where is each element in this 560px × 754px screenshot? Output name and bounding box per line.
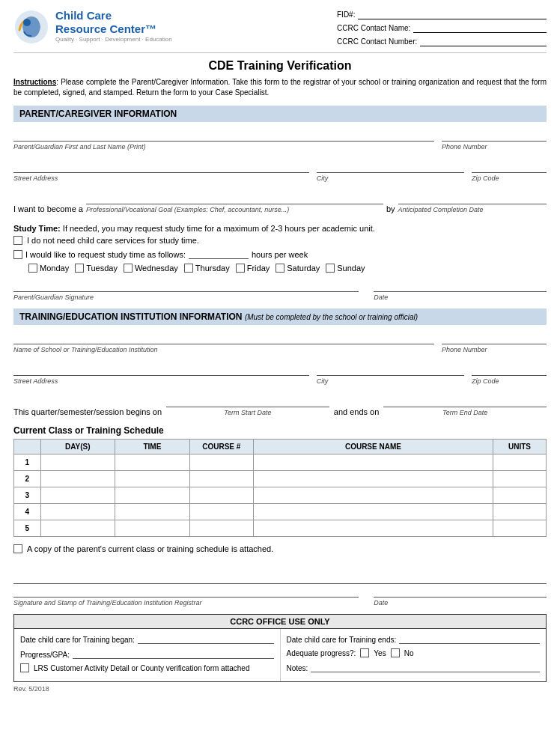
row-3-course[interactable] (189, 487, 253, 504)
row-4-name[interactable] (253, 504, 493, 520)
school-phone-input[interactable] (442, 332, 547, 344)
study-time-title: Study Time: If needed, you may request s… (13, 224, 547, 233)
street-input[interactable] (13, 161, 309, 173)
row-4-time[interactable] (115, 504, 190, 520)
vocational-goal-label: Professional/Vocational Goal (Examples: … (86, 206, 383, 213)
parent-date-label: Date (374, 294, 547, 301)
lrs-checkbox[interactable] (20, 663, 29, 672)
sunday-checkbox[interactable] (326, 264, 335, 273)
row-4-units[interactable] (493, 504, 546, 520)
row-5-num: 5 (14, 520, 41, 537)
adequate-progress-row: Adequate progress?: Yes No (287, 648, 541, 657)
ccrc-number-input[interactable] (420, 36, 547, 46)
training-began-input[interactable] (138, 633, 274, 644)
copy-checkbox[interactable] (13, 544, 22, 553)
school-zip-group: Zip Code (472, 364, 547, 385)
row-4-days[interactable] (40, 504, 115, 520)
row-3-units[interactable] (493, 487, 546, 504)
ccrc-name-label: CCRC Contact Name: (337, 24, 410, 32)
day-thursday: Thursday (184, 264, 230, 273)
parent-date-input[interactable] (374, 280, 547, 292)
check2-checkbox[interactable] (13, 250, 22, 259)
row-3-days[interactable] (40, 487, 115, 504)
row-1-name[interactable] (253, 454, 493, 471)
table-row: 4 (14, 504, 547, 520)
row-2-name[interactable] (253, 471, 493, 487)
row-5-time[interactable] (115, 520, 190, 537)
registrar-date-input[interactable] (374, 586, 547, 598)
school-name-input[interactable] (13, 332, 434, 344)
monday-checkbox[interactable] (28, 264, 37, 273)
row-2-units[interactable] (493, 471, 546, 487)
wednesday-checkbox[interactable] (124, 264, 133, 273)
table-row: 1 (14, 454, 547, 471)
city-group: City (317, 161, 464, 182)
row-5-days[interactable] (40, 520, 115, 537)
registrar-sig-group: Signature and Stamp of Training/Educatio… (13, 586, 359, 606)
phone-input[interactable] (442, 130, 547, 142)
name-phone-row: Parent/Guardian First and Last Name (Pri… (13, 130, 547, 151)
hours-input[interactable] (189, 247, 249, 259)
col-header-num (14, 440, 41, 454)
logo-line2: Resource Center™ (55, 22, 172, 36)
thursday-checkbox[interactable] (184, 264, 193, 273)
col-header-units: UNITS (493, 440, 546, 454)
row-1-units[interactable] (493, 454, 546, 471)
row-2-days[interactable] (40, 471, 115, 487)
term-end-input[interactable] (383, 395, 547, 407)
registrar-date-label: Date (374, 599, 547, 606)
fid-input[interactable] (358, 9, 547, 19)
row-1-course[interactable] (189, 454, 253, 471)
table-header-row: DAY(S) TIME COURSE # COURSE NAME UNITS (14, 440, 547, 454)
term-start-input[interactable] (166, 395, 329, 407)
registrar-sig-label: Signature and Stamp of Training/Educatio… (13, 599, 359, 606)
completion-date-input[interactable] (398, 192, 547, 204)
study-time-desc: If needed, you may request study time fo… (63, 224, 375, 233)
row-1-time[interactable] (115, 454, 190, 471)
progress-row: Progress/GPA: (20, 648, 274, 659)
row-2-course[interactable] (189, 471, 253, 487)
schedule-heading: Current Class or Training Schedule (13, 425, 547, 436)
table-row: 2 (14, 471, 547, 487)
progress-input[interactable] (73, 648, 274, 659)
ccrc-name-row: CCRC Contact Name: (337, 22, 547, 33)
completion-label: Anticipated Completion Date (398, 206, 547, 213)
parent-name-group: Parent/Guardian First and Last Name (Pri… (13, 130, 434, 151)
school-city-input[interactable] (317, 364, 464, 376)
adequate-yes-checkbox[interactable] (360, 648, 369, 657)
parent-name-input[interactable] (13, 130, 434, 142)
zip-label: Zip Code (472, 174, 547, 182)
ccrc-box-content: Date child care for Training began: Prog… (14, 629, 546, 681)
parent-signature-input[interactable] (13, 280, 359, 292)
row-3-name[interactable] (253, 487, 493, 504)
school-zip-input[interactable] (472, 364, 547, 376)
check1-checkbox[interactable] (13, 236, 22, 245)
ccrc-name-input[interactable] (413, 22, 547, 33)
by-text: by (386, 204, 395, 213)
training-ends-row: Date child care for Training ends: (287, 633, 541, 644)
row-5-name[interactable] (253, 520, 493, 537)
instructions-text: : Please complete the Parent/Caregiver I… (13, 78, 547, 97)
ccrc-right-col: Date child care for Training ends: Adequ… (281, 629, 547, 681)
row-2-time[interactable] (115, 471, 190, 487)
zip-input[interactable] (472, 161, 547, 173)
notes-input[interactable] (311, 662, 540, 672)
row-5-course[interactable] (189, 520, 253, 537)
row-5-units[interactable] (493, 520, 546, 537)
row-4-course[interactable] (189, 504, 253, 520)
training-ends-input[interactable] (399, 633, 540, 644)
saturday-checkbox[interactable] (276, 264, 284, 273)
vocational-goal-input[interactable] (86, 192, 383, 204)
fid-row: FID#: (337, 9, 547, 19)
school-street-input[interactable] (13, 364, 309, 376)
study-time-section: Study Time: If needed, you may request s… (13, 224, 547, 273)
row-1-days[interactable] (40, 454, 115, 471)
copy-text: A copy of the parent's current class or … (27, 544, 273, 553)
registrar-sig-input[interactable] (13, 586, 359, 598)
tuesday-checkbox[interactable] (75, 264, 84, 273)
friday-checkbox[interactable] (236, 264, 245, 273)
row-3-time[interactable] (115, 487, 190, 504)
adequate-no-checkbox[interactable] (391, 648, 400, 657)
city-input[interactable] (317, 161, 464, 173)
term-start-label: Term Start Date (166, 409, 329, 416)
